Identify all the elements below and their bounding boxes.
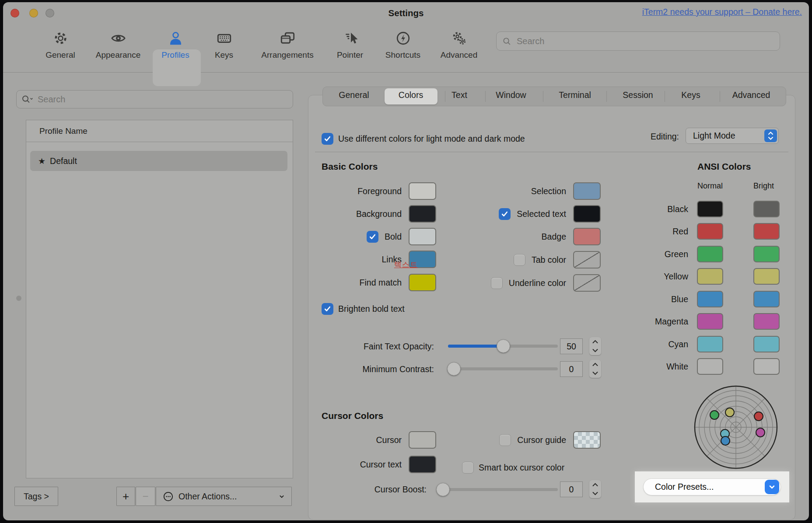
find-match-color-well[interactable]	[409, 274, 436, 291]
tab-terminal[interactable]: Terminal	[559, 90, 591, 100]
faint-text-opacity-slider[interactable]	[448, 345, 558, 348]
ansi-red-bright-well[interactable]	[753, 223, 780, 240]
tab-advanced[interactable]: Advanced	[732, 90, 770, 100]
ansi-magenta-bright-well[interactable]	[753, 313, 780, 330]
minimum-contrast-slider[interactable]	[448, 367, 558, 370]
cursor-boost-stepper[interactable]	[589, 480, 601, 498]
remove-profile-button[interactable]: −	[136, 487, 155, 506]
toolbar-item-advanced[interactable]: Advanced	[428, 28, 490, 60]
use-different-colors-row: Use different colors for light mode and …	[322, 130, 525, 147]
donate-link[interactable]: iTerm2 needs your support – Donate here.	[642, 7, 802, 17]
tab-color-checkbox[interactable]	[514, 254, 525, 266]
toolbar-search-input[interactable]	[516, 36, 774, 47]
ansi-green-bright-well[interactable]	[753, 246, 780, 262]
editing-mode-popup[interactable]: Light Mode	[686, 128, 779, 144]
toolbar-item-profiles[interactable]: Profiles	[149, 28, 202, 60]
slider-knob[interactable]	[497, 339, 510, 353]
ansi-red-normal-well[interactable]	[697, 223, 723, 240]
tab-colors[interactable]: Colors	[399, 90, 423, 100]
tab-separator	[445, 91, 445, 102]
chevron-down-icon	[765, 480, 779, 494]
cursor-color-well[interactable]	[409, 431, 436, 449]
tab-separator	[665, 91, 665, 102]
profile-search-input[interactable]	[37, 94, 288, 105]
selection-color-well[interactable]	[573, 182, 601, 200]
ansi-blue-normal-well[interactable]	[697, 291, 723, 307]
profile-list-header: Profile Name	[26, 120, 293, 142]
bold-checkbox[interactable]	[367, 231, 378, 243]
color-presets-highlight: Color Presets...	[635, 471, 789, 502]
brighten-bold-checkbox[interactable]	[322, 303, 333, 315]
ansi-yellow-normal-well[interactable]	[697, 268, 723, 285]
gear-icon	[34, 28, 87, 49]
use-different-colors-checkbox[interactable]	[322, 133, 333, 145]
toolbar-item-keys[interactable]: Keys	[198, 28, 250, 60]
smart-box-cursor-checkbox[interactable]	[462, 462, 474, 474]
tab-session[interactable]: Session	[623, 90, 653, 100]
add-profile-button[interactable]: +	[116, 487, 135, 506]
profile-search-field[interactable]	[16, 90, 293, 108]
cursor-guide-checkbox[interactable]	[499, 434, 511, 446]
ansi-blue-bright-well[interactable]	[753, 291, 780, 307]
ansi-row-green: Green	[616, 246, 780, 262]
tab-keys[interactable]: Keys	[681, 90, 700, 100]
ansi-black-normal-well[interactable]	[697, 201, 723, 217]
color-row-cursor-guide: Cursor guide	[441, 431, 601, 449]
ansi-cyan-bright-well[interactable]	[753, 336, 780, 352]
faint-text-opacity-value[interactable]: 50	[560, 338, 583, 354]
popup-stepper-icon	[764, 129, 777, 142]
ansi-row-yellow: Yellow	[616, 268, 780, 285]
wheel-dot-yellow	[725, 408, 735, 417]
ansi-colors-title: ANSI Colors	[697, 161, 751, 172]
tab-color-well[interactable]	[573, 251, 601, 268]
underline-color-well[interactable]	[573, 274, 601, 292]
faint-text-opacity-label: Faint Text Opacity:	[304, 342, 434, 352]
toolbar-item-shortcuts[interactable]: Shortcuts	[377, 28, 429, 60]
toolbar-item-arrangements[interactable]: Arrangements	[252, 28, 322, 60]
minimum-contrast-value[interactable]: 0	[560, 361, 583, 377]
ansi-magenta-normal-well[interactable]	[697, 313, 723, 330]
selected-text-color-well[interactable]	[573, 205, 601, 223]
search-icon	[502, 36, 512, 46]
tags-button[interactable]: Tags >	[14, 487, 58, 506]
ansi-row-magenta: Magenta	[616, 313, 780, 330]
wheel-dot-magenta	[756, 428, 765, 437]
other-actions-button[interactable]: Other Actions...	[156, 487, 292, 506]
badge-color-well[interactable]	[573, 228, 601, 245]
ansi-yellow-bright-well[interactable]	[753, 268, 780, 285]
minimum-contrast-stepper[interactable]	[589, 360, 601, 378]
cursor-text-color-well[interactable]	[409, 456, 436, 473]
cursor-guide-color-well[interactable]	[573, 431, 601, 449]
ansi-cyan-normal-well[interactable]	[697, 336, 723, 352]
cursor-boost-value[interactable]: 0	[560, 481, 583, 497]
selected-text-checkbox[interactable]	[499, 208, 511, 220]
ansi-black-bright-well[interactable]	[753, 201, 780, 217]
ansi-green-normal-well[interactable]	[697, 246, 723, 262]
cursor-boost-slider[interactable]	[437, 488, 558, 491]
background-color-well[interactable]	[409, 205, 436, 223]
underline-color-checkbox[interactable]	[491, 277, 503, 289]
ansi-white-normal-well[interactable]	[697, 358, 723, 375]
tab-general[interactable]: General	[339, 90, 369, 100]
tab-window[interactable]: Window	[496, 90, 526, 100]
toolbar-search-field[interactable]	[496, 31, 780, 51]
ansi-bright-header: Bright	[753, 181, 774, 191]
ellipsis-circle-icon	[162, 491, 174, 502]
tab-separator	[485, 91, 486, 102]
window-edge-dot	[16, 296, 21, 301]
toolbar-item-appearance[interactable]: Appearance	[88, 28, 149, 60]
slider-knob[interactable]	[436, 483, 450, 496]
profile-row-default[interactable]: ★ Default	[30, 151, 287, 171]
foreground-color-well[interactable]	[409, 182, 436, 200]
tab-separator	[720, 91, 720, 102]
editing-label: Editing:	[607, 132, 679, 142]
faint-text-opacity-stepper[interactable]	[589, 337, 601, 355]
toolbar-item-pointer[interactable]: Pointer	[324, 28, 376, 60]
slider-knob[interactable]	[447, 362, 461, 376]
bold-color-well[interactable]	[409, 228, 436, 245]
color-presets-button[interactable]: Color Presets...	[643, 478, 781, 495]
toolbar-item-general[interactable]: General	[34, 28, 87, 60]
tab-text[interactable]: Text	[452, 90, 467, 100]
section-divider	[315, 152, 788, 152]
ansi-white-bright-well[interactable]	[753, 358, 780, 375]
